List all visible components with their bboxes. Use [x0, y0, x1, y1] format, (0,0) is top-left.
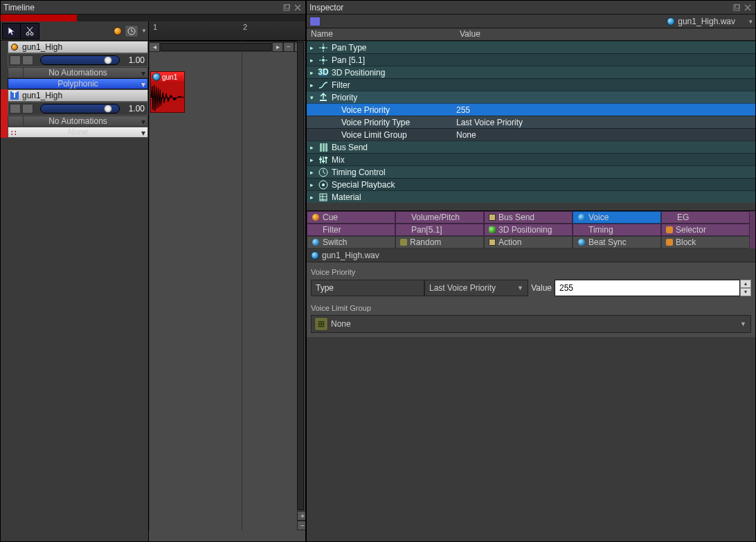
trash-icon[interactable] — [22, 55, 33, 65]
tree-row-voice-priority[interactable]: Voice Priority255 — [307, 103, 755, 116]
svg-rect-20 — [325, 143, 327, 152]
tab-eg[interactable]: EG — [661, 211, 750, 224]
list-view-icon[interactable] — [309, 17, 321, 26]
timeline-canvas[interactable]: 1 2 gun1 — [149, 21, 305, 541]
blank-icon — [400, 213, 408, 222]
timeline-ruler[interactable]: 1 2 — [149, 21, 305, 41]
inspector-filebar: gun1_High.wav — [307, 249, 755, 262]
tab-pan-5-1-[interactable]: Pan[5.1] — [395, 224, 484, 236]
expand-arrow-icon[interactable]: ▸ — [307, 169, 316, 176]
chevron-down-icon: ▾ — [141, 69, 145, 78]
tab-timing[interactable]: Timing — [573, 224, 661, 236]
volume-value: 1.00 — [123, 55, 147, 65]
material-icon — [316, 192, 330, 203]
inspector-close-icon[interactable] — [743, 3, 753, 12]
tree-row-special-playback[interactable]: ▸Special Playback — [307, 178, 755, 190]
timeline-progress — [1, 15, 305, 21]
voice-limit-group-dropdown[interactable]: ⊞ None ▼ — [311, 315, 751, 333]
tab-bus-send[interactable]: Bus Send — [484, 211, 573, 224]
tree-row-3d-positioning[interactable]: ▸3D3D Positioning — [307, 66, 755, 78]
audio-clip[interactable]: gun1 — [150, 71, 185, 113]
pointer-tool-button[interactable] — [3, 24, 21, 39]
playback-mode-dropdown[interactable]: ∷ None ▾ — [8, 127, 148, 138]
volume-slider[interactable] — [40, 55, 120, 65]
tab-action: Action — [484, 236, 573, 249]
tab-volume-pitch[interactable]: Volume/Pitch — [395, 211, 484, 224]
tab-beat-sync: Beat Sync — [573, 236, 661, 249]
expand-arrow-icon[interactable]: ▸ — [307, 69, 316, 76]
tree-row-timing-control[interactable]: ▸Timing Control — [307, 165, 755, 178]
tree-row-voice-limit-group[interactable]: Voice Limit GroupNone — [307, 128, 755, 141]
timeline-vertical-scrollbar[interactable]: + − — [297, 41, 305, 530]
tab-selector[interactable]: Selector — [661, 224, 750, 236]
track-header[interactable]: gun1_High — [8, 41, 148, 53]
type-dropdown[interactable]: Last Voice Priority ▼ — [424, 280, 528, 296]
chevron-down-icon: ▼ — [517, 284, 523, 291]
expand-arrow-icon[interactable]: ▸ — [307, 82, 316, 89]
tree-row-filter[interactable]: ▸Filter — [307, 78, 755, 91]
zoom-out-v-button[interactable]: − — [297, 521, 305, 530]
track-header[interactable]: T gun1_High — [8, 89, 148, 102]
expand-arrow-icon[interactable]: ▸ — [307, 44, 316, 51]
value-input[interactable]: 255 — [555, 280, 740, 296]
timeline-close-icon[interactable] — [293, 3, 303, 12]
tree-row-pan-5-1-[interactable]: ▸Pan [5.1] — [307, 53, 755, 66]
svg-rect-22 — [323, 156, 324, 163]
razor-tool-button[interactable] — [21, 24, 39, 39]
timing-icon — [316, 167, 330, 178]
section-voice-priority: Voice Priority — [311, 268, 751, 276]
timeline-title: Timeline — [3, 3, 280, 12]
spin-down-button[interactable]: ▾ — [740, 288, 751, 296]
expand-arrow-icon[interactable]: ▾ — [307, 94, 316, 101]
tree-row-voice-priority-type[interactable]: Voice Priority TypeLast Voice Priority — [307, 116, 755, 128]
tree-row-material[interactable]: ▸Material — [307, 190, 755, 203]
trash-icon[interactable] — [22, 104, 33, 114]
svg-point-29 — [322, 183, 325, 186]
tab-filter[interactable]: Filter — [307, 224, 395, 236]
track-1: gun1_High 1.00 — [1, 41, 148, 89]
tab-block: Block — [661, 236, 750, 249]
timeline-undock-icon[interactable] — [282, 3, 291, 12]
mute-icon[interactable] — [10, 104, 21, 114]
timeline-toolbar: ▼ — [1, 21, 148, 41]
volume-slider[interactable] — [40, 104, 120, 114]
chevron-down-icon: ▾ — [141, 128, 145, 138]
expand-arrow-icon[interactable]: ▸ — [307, 144, 316, 151]
blue-dot-icon — [577, 213, 586, 222]
tree-row-bus-send[interactable]: ▸Bus Send — [307, 141, 755, 153]
automations-dropdown[interactable]: No Automations ▾ — [8, 67, 148, 78]
expand-arrow-icon[interactable]: ▸ — [307, 194, 316, 201]
clock-menu-button[interactable] — [125, 25, 138, 37]
expand-arrow-icon[interactable]: ▸ — [307, 57, 316, 64]
tab-voice[interactable]: Voice — [573, 211, 661, 224]
playback-mode-dropdown[interactable]: Polyphonic ▾ — [8, 78, 148, 89]
automations-dropdown[interactable]: No Automations ▾ — [8, 116, 148, 127]
tree-row-priority[interactable]: ▾Priority — [307, 91, 755, 103]
inspector-filename: gun1_High.wav — [667, 17, 735, 26]
inspector-undock-icon[interactable] — [732, 3, 741, 12]
square-icon — [489, 214, 496, 221]
tree-row-pan-type[interactable]: ▸Pan Type — [307, 41, 755, 53]
mute-icon[interactable] — [10, 55, 21, 65]
track-volume-row: 1.00 — [8, 53, 148, 67]
property-tree: Name Value ▸Pan Type▸Pan [5.1]▸3D3D Posi… — [307, 28, 755, 211]
expand-arrow-icon[interactable]: ▸ — [307, 156, 316, 163]
blank-icon — [666, 213, 674, 222]
track-2: T gun1_High — [1, 89, 148, 138]
expand-arrow-icon[interactable]: ▸ — [307, 181, 316, 188]
spin-up-button[interactable]: ▴ — [740, 280, 751, 288]
tab-cue[interactable]: Cue — [307, 211, 395, 224]
record-dot-icon[interactable] — [114, 27, 122, 35]
tab-3d-positioning[interactable]: 3D Positioning — [484, 224, 573, 236]
svg-rect-19 — [323, 143, 325, 152]
chevron-down-icon: ▾ — [141, 80, 145, 89]
chevron-down-icon[interactable]: ▼ — [141, 28, 147, 34]
svg-rect-9 — [734, 5, 739, 10]
zoom-in-v-button[interactable]: + — [297, 511, 305, 521]
dropdown-tri-icon[interactable]: ▾ — [749, 18, 753, 25]
priority-icon — [316, 92, 330, 103]
olive-icon — [400, 239, 407, 246]
tree-rows[interactable]: ▸Pan Type▸Pan [5.1]▸3D3D Positioning▸Fil… — [307, 41, 755, 210]
tree-row-mix[interactable]: ▸Mix — [307, 153, 755, 165]
pan-icon — [316, 55, 330, 66]
